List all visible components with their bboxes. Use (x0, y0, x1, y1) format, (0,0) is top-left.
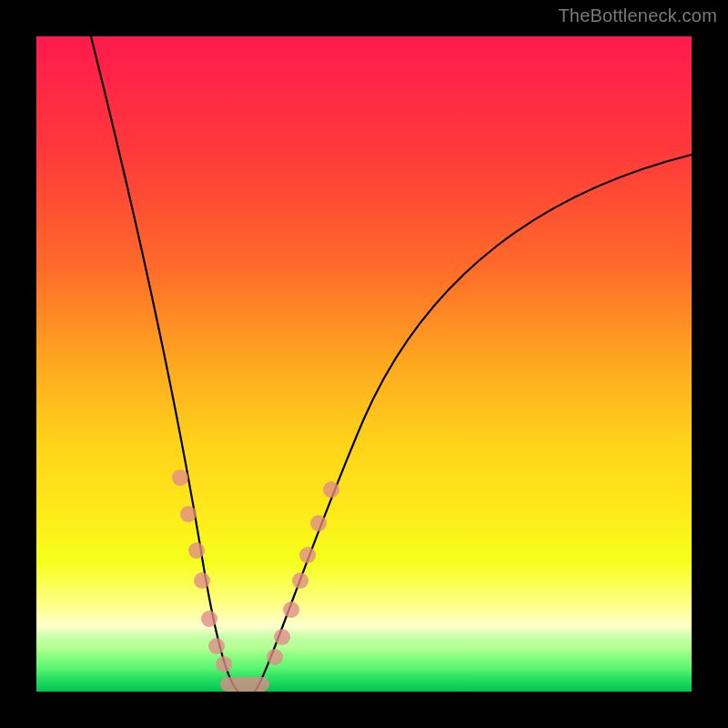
plot-area (36, 36, 692, 692)
curve-right-branch (255, 155, 692, 692)
marker-right-5 (299, 547, 316, 563)
curve-left-branch (91, 36, 238, 692)
marker-right-2 (274, 629, 290, 645)
chart-frame: TheBottleneck.com (0, 0, 728, 728)
curve-layer (36, 36, 692, 692)
marker-right-4 (292, 572, 308, 589)
marker-right-6 (310, 515, 327, 531)
marker-left-2 (180, 506, 197, 522)
marker-right-3 (283, 602, 299, 618)
marker-left-1 (172, 470, 188, 486)
marker-right-1 (267, 649, 283, 665)
marker-left-5 (201, 611, 217, 627)
marker-left-7 (216, 656, 232, 672)
marker-left-3 (188, 542, 205, 559)
marker-left-6 (208, 638, 225, 654)
marker-left-4 (194, 572, 210, 589)
marker-right-7 (323, 481, 339, 498)
watermark-text: TheBottleneck.com (558, 5, 717, 26)
